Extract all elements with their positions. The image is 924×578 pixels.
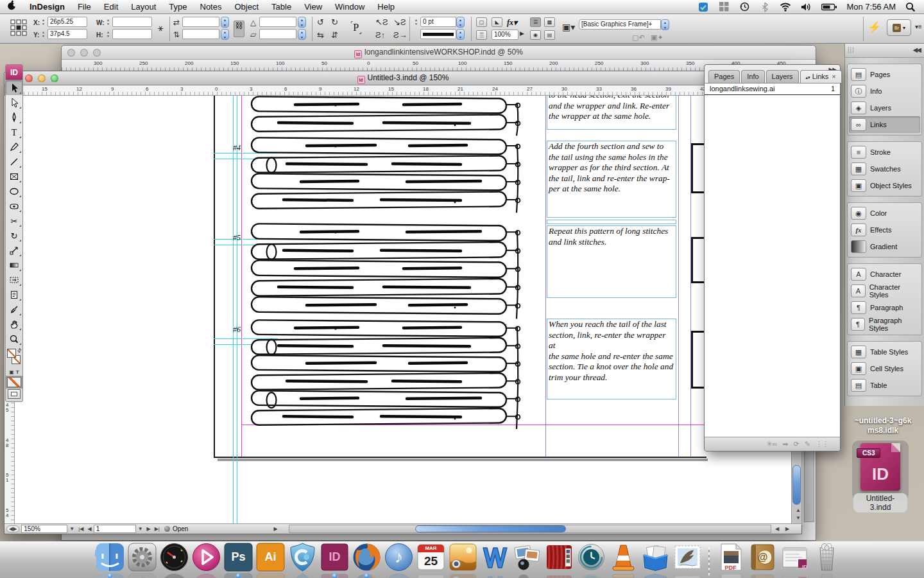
view-mode-button[interactable] (8, 389, 21, 399)
menu-object[interactable]: Object (228, 0, 265, 14)
scale-x-stepper[interactable]: ▲▼ (221, 17, 229, 28)
page-number-field[interactable]: 1 (94, 525, 136, 533)
object-style-menu[interactable]: ▲▼ (661, 19, 669, 30)
panel-button-object-styles[interactable]: ▣Object Styles (849, 177, 920, 194)
panel-button-effects[interactable]: fxEffects (849, 222, 920, 238)
menu-bar-clock[interactable]: Mon 7:56 AM (846, 2, 896, 12)
tab-pages[interactable]: Pages (708, 70, 740, 83)
button-tool[interactable] (6, 198, 22, 213)
menu-view[interactable]: View (298, 0, 329, 14)
guide-cyan-vertical[interactable] (237, 96, 237, 525)
link-row[interactable]: longandlinksewing.ai 1 (705, 83, 840, 95)
go-to-bridge-button[interactable]: Br ▾ (887, 19, 911, 36)
wrap-bounding-box-button[interactable]: ▩ (544, 17, 555, 27)
windows-grid-icon[interactable] (718, 2, 730, 12)
menu-type[interactable]: Type (162, 0, 193, 14)
scroll-up-arrow[interactable]: ▲ (794, 507, 803, 513)
x-value-field[interactable]: 26p5.25 (47, 17, 87, 27)
guide-violet-vertical[interactable] (545, 96, 546, 457)
desktop-lockfile-label[interactable]: ~untitled-3~g6k ms8.idlk (844, 416, 921, 435)
panel-button-table-styles[interactable]: ▦Table Styles (849, 344, 920, 360)
empty-text-frame[interactable] (547, 220, 676, 224)
panel-button-character-styles[interactable]: ACharacter Styles (849, 283, 920, 299)
dock-item-box-app[interactable] (640, 542, 671, 578)
time-machine-menu-icon[interactable] (739, 2, 750, 12)
quick-apply-icon[interactable]: ⚡ (868, 21, 881, 34)
flip-horizontal-icon[interactable]: ⇆ (317, 30, 324, 40)
rectangle-frame-tool[interactable] (6, 169, 22, 184)
indesign-file-icon[interactable]: CS3 ID (860, 443, 900, 491)
apple-menu[interactable] (0, 0, 23, 14)
flip-vertical-icon[interactable]: ⇵ (331, 30, 338, 40)
back-horizontal-ruler[interactable]: 3002502001501005005010015020025030035040… (62, 60, 816, 71)
tab-info[interactable]: Info (741, 70, 764, 83)
menu-window[interactable]: Window (329, 0, 371, 14)
tab-collapse-icon[interactable]: ▴▾ (806, 75, 810, 80)
gradient-tool[interactable] (6, 258, 22, 272)
eyedropper-tool[interactable] (6, 302, 22, 317)
panel-button-info[interactable]: ⓘInfo (849, 83, 920, 100)
clear-overrides-icon[interactable]: ▢↶ (632, 33, 645, 42)
y-stepper[interactable]: ▲▼ (40, 29, 46, 39)
select-previous-object-icon[interactable]: ↖Ƨ (375, 17, 388, 27)
fill-swatch[interactable] (7, 349, 16, 358)
panel-button-color[interactable]: ◉Color (849, 205, 920, 222)
selection-tool[interactable] (6, 80, 22, 95)
pencil-tool[interactable] (6, 139, 22, 154)
horizontal-ruler[interactable]: 151296303691215182124273033363942 (15, 85, 791, 96)
dock-item-minimized-window[interactable]: ID (780, 542, 810, 578)
bluetooth-icon[interactable] (759, 2, 771, 12)
menu-help[interactable]: Help (371, 0, 401, 14)
text-frame[interactable]: Repeat this pattern of long stitchesand … (547, 225, 676, 298)
effects-icon[interactable]: fx▾ (507, 18, 517, 28)
menu-edit[interactable]: Edit (98, 0, 124, 14)
panel-button-character[interactable]: ACharacter (849, 266, 920, 283)
opacity-field[interactable]: 100% (492, 30, 518, 40)
dock-item-illustrator[interactable]: Ai (255, 542, 286, 578)
text-frame[interactable]: When you reach the tail of the lastsecti… (547, 319, 676, 399)
scroll-right-arrow[interactable]: ▶ (783, 526, 791, 532)
new-style-icon[interactable]: ▣✦ (651, 33, 663, 42)
scale-tool[interactable] (6, 243, 22, 258)
dock-item-mail[interactable] (672, 542, 703, 578)
shear-angle-field[interactable] (259, 29, 296, 39)
edit-original-icon[interactable]: ✎ (805, 440, 810, 448)
volume-icon[interactable] (800, 2, 812, 12)
direct-selection-tool[interactable] (6, 95, 22, 110)
status-expand-arrow[interactable]: ▶ (271, 526, 279, 532)
dock-item-photoshop[interactable]: Ps (223, 542, 253, 578)
panel-button-paragraph[interactable]: ¶Paragraph (849, 299, 920, 316)
text-frame[interactable]: Add the fourth section and sew tothe tai… (547, 141, 676, 218)
formatting-container-toggle[interactable]: ▣ (9, 369, 14, 375)
rotation-stepper[interactable]: ▲▼ (298, 17, 306, 28)
dock-item-firefox[interactable] (352, 542, 382, 578)
opacity-menu-arrow[interactable]: ▶ (520, 30, 524, 37)
guide-magen​ta-vertical[interactable] (241, 96, 242, 457)
panel-button-table[interactable]: ▤Table (849, 377, 920, 394)
h-stepper[interactable]: ▲▼ (105, 29, 111, 39)
scale-x-field[interactable] (182, 17, 219, 27)
panel-button-paragraph-styles[interactable]: ¶Paragraph Styles (849, 316, 920, 333)
transparency-icon[interactable]: ▒ (476, 30, 487, 40)
dock-item-time-machine[interactable] (576, 542, 606, 578)
constrain-proportions-icon[interactable]: ⚹ (158, 22, 163, 33)
swap-fill-stroke-icon[interactable]: ⇄ (16, 347, 23, 354)
pen-tool[interactable] (6, 110, 22, 125)
horizontal-scrollbar[interactable] (289, 525, 771, 533)
panel-button-layers[interactable]: ◈Layers (849, 100, 920, 116)
stroke-weight-stepper[interactable]: ▲▼ (413, 17, 419, 27)
no-text-wrap-button[interactable]: ☰ (530, 17, 541, 27)
update-link-icon[interactable]: ⟳ (794, 440, 800, 448)
w-stepper[interactable]: ▲▼ (105, 17, 111, 27)
document-canvas[interactable]: to the head section, exit the sectionand… (15, 96, 791, 525)
dock-item-camera-app[interactable] (512, 542, 542, 578)
zoom-level-field[interactable]: 150% (21, 525, 67, 533)
rotate-tool[interactable]: ↻ (6, 228, 22, 243)
last-page-button[interactable]: ▶| (153, 526, 162, 532)
object-style-icon[interactable]: ▣▾ (562, 22, 575, 32)
vscroll-thumb[interactable] (792, 465, 801, 505)
front-document-window[interactable]: IdUntitled-3.indd @ 150% 151296303691215… (4, 71, 802, 534)
panel-button-links[interactable]: ∞Links (849, 116, 920, 133)
stroke-weight-menu[interactable]: ▲▼ (456, 17, 465, 28)
relink-icon[interactable]: ✳∞ (766, 440, 777, 448)
